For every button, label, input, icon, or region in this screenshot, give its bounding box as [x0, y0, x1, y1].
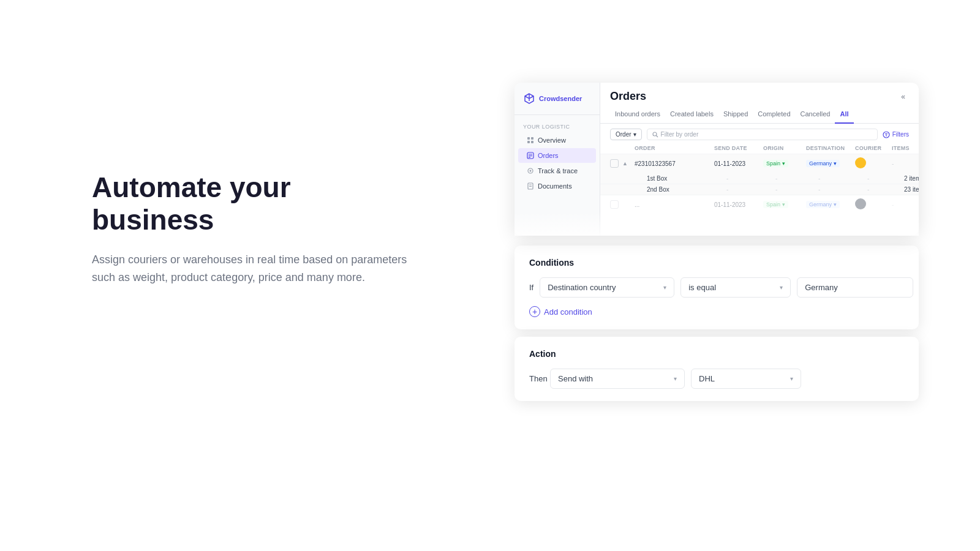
add-circle-icon: + [529, 306, 540, 317]
order-filter-button[interactable]: Order ▾ [610, 129, 642, 140]
action-title: Action [529, 349, 904, 359]
condition-value-input[interactable]: Germany [797, 277, 913, 298]
orders-toolbar: Order ▾ Filter by order [600, 124, 919, 145]
orders-table: Order Send date Origin Destination Couri… [600, 145, 919, 236]
sub-row-2: 2nd Box - - - - 23 items 03-11-2023 C093… [600, 184, 919, 195]
order-id: #23101323567 [635, 160, 714, 167]
tab-created-labels[interactable]: Created labels [665, 108, 718, 124]
svg-line-14 [656, 135, 658, 137]
chevron-down-icon: ▾ [663, 284, 666, 291]
svg-rect-0 [527, 137, 530, 140]
logo-icon [523, 92, 535, 105]
orders-tabs: Inbound orders Created labels Shipped Co… [600, 103, 919, 124]
sidebar-item-orders[interactable]: Orders [518, 148, 596, 163]
right-ui: Crowdsender Your logistic Overview [514, 83, 919, 401]
collapse-button[interactable]: « [897, 91, 909, 102]
sidebar-item-overview[interactable]: Overview [518, 133, 596, 148]
condition-field-select[interactable]: Destination country ▾ [540, 277, 674, 298]
grid-icon [527, 137, 534, 144]
search-placeholder: Filter by order [661, 131, 699, 138]
condition-operator-select[interactable]: is equal ▾ [680, 277, 791, 298]
left-content: Automate your business Assign couriers o… [92, 171, 410, 286]
sidebar-label-documents: Documents [538, 182, 572, 190]
docs-icon [527, 182, 534, 190]
logo-text: Crowdsender [539, 95, 582, 102]
orders-window-wrapper: Crowdsender Your logistic Overview [514, 83, 919, 236]
sub-row-1: 1st Box - - - - 2 items 03-11-2023 00340… [600, 173, 919, 184]
svg-point-9 [530, 170, 532, 172]
search-icon [652, 132, 658, 138]
sidebar-item-documents[interactable]: Documents [518, 179, 596, 193]
main-heading: Automate your business [92, 171, 410, 236]
chevron-down-icon: ▾ [674, 375, 677, 382]
sidebar-label-overview: Overview [538, 137, 566, 144]
chevron-down-icon: ▾ [633, 131, 636, 138]
add-condition-button[interactable]: + Add condition [529, 306, 592, 317]
conditions-card: Conditions If Destination country ▾ is e… [514, 246, 919, 329]
sidebar-label-orders: Orders [538, 152, 559, 159]
search-box[interactable]: Filter by order [647, 129, 878, 140]
action-card: Action Then Send with ▾ DHL ▾ [514, 337, 919, 401]
row-checkbox[interactable] [610, 159, 619, 168]
courier-dot-yellow [855, 157, 866, 168]
filters-button[interactable]: Filters [883, 131, 909, 138]
action-row: Then Send with ▾ DHL ▾ [529, 369, 904, 389]
condition-row: If Destination country ▾ is equal ▾ Germ… [529, 277, 904, 298]
sub-text: Assign couriers or warehouses in real ti… [92, 251, 410, 287]
table-row: ▲ #23101323567 01-11-2023 Spain ▾ German… [600, 154, 919, 173]
svg-point-13 [653, 132, 657, 136]
tab-cancelled[interactable]: Cancelled [796, 108, 835, 124]
filter-icon [883, 131, 890, 138]
sidebar-section-label: Your logistic [514, 120, 600, 132]
svg-rect-2 [527, 141, 530, 143]
expand-icon[interactable]: ▲ [622, 160, 635, 167]
orders-header: Orders « [600, 83, 919, 103]
action-type-select[interactable]: Send with ▾ [550, 369, 685, 389]
orders-title: Orders [610, 90, 646, 103]
orders-main: Orders « Inbound orders Created labels S… [600, 83, 919, 236]
tab-shipped[interactable]: Shipped [718, 108, 753, 124]
tab-completed[interactable]: Completed [753, 108, 795, 124]
orders-window: Crowdsender Your logistic Overview [514, 83, 919, 236]
chevron-down-icon: ▾ [780, 284, 783, 291]
orders-icon [527, 152, 534, 159]
sidebar: Crowdsender Your logistic Overview [514, 83, 600, 236]
conditions-title: Conditions [529, 258, 904, 268]
action-value-select[interactable]: DHL ▾ [691, 369, 801, 389]
sidebar-item-track[interactable]: Track & trace [518, 163, 596, 178]
tab-inbound-orders[interactable]: Inbound orders [610, 108, 665, 124]
sidebar-logo: Crowdsender [514, 92, 600, 115]
chevron-down-icon: ▾ [790, 375, 793, 382]
tab-all[interactable]: All [835, 108, 853, 124]
table-row-partial: ... 01-11-2023 Spain ▾ Germany ▾ - - - [600, 195, 919, 214]
sidebar-label-track: Track & trace [538, 167, 578, 174]
svg-rect-3 [531, 141, 533, 143]
table-header: Order Send date Origin Destination Couri… [600, 145, 919, 154]
track-icon [527, 167, 534, 174]
svg-rect-1 [531, 137, 533, 140]
if-label: If [529, 283, 533, 292]
then-label: Then [529, 374, 544, 383]
